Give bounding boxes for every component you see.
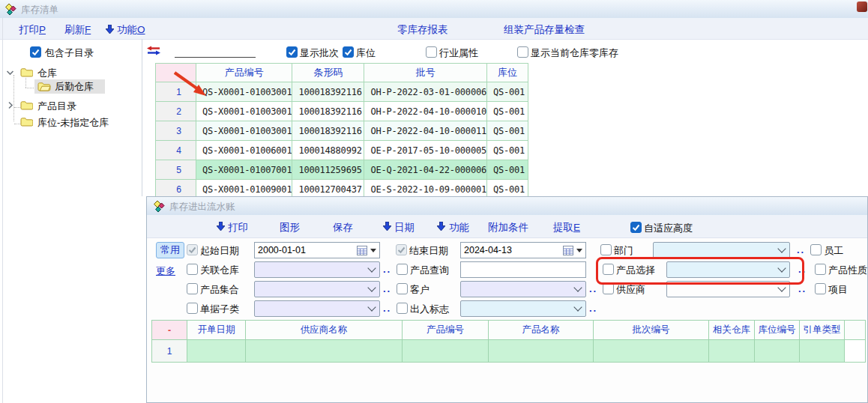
related-warehouse-dropdown[interactable]	[254, 261, 380, 278]
employee-checkbox[interactable]	[810, 244, 822, 255]
column-header[interactable]: 相关仓库	[709, 321, 755, 340]
extra-conditions-button[interactable]: 附加条件	[488, 221, 528, 234]
column-header[interactable]: 产品编号	[403, 321, 489, 340]
include-subdirs-checkbox[interactable]	[30, 46, 41, 58]
start-date-checkbox[interactable]	[187, 244, 198, 255]
column-header[interactable]: -	[156, 64, 196, 82]
empty-cell	[489, 340, 594, 363]
table-row[interactable]: 3 QS-X0001-01003001 100018392116 OH-P-20…	[156, 121, 528, 141]
show-batch-checkbox[interactable]	[286, 46, 298, 58]
extract-button[interactable]: 提取E	[553, 221, 580, 234]
customer-dropdown[interactable]	[460, 281, 586, 297]
show-batch-label: 显示批次	[300, 47, 339, 58]
show-location-checkbox[interactable]	[343, 46, 354, 58]
ellipsis-button[interactable]: ..	[798, 264, 807, 274]
ellipsis-button[interactable]: ..	[589, 303, 597, 313]
customer-checkbox[interactable]	[397, 283, 408, 294]
table-row[interactable]: 2 QS-X0001-01003001 100018392116 OH-P-20…	[156, 102, 528, 121]
product-nature-checkbox[interactable]	[815, 264, 826, 275]
journal-functions-button[interactable]: 功能	[449, 221, 469, 234]
down-arrow-icon	[437, 222, 445, 231]
print-button[interactable]: 打印P	[19, 23, 46, 37]
doc-subtype-dropdown[interactable]	[254, 300, 380, 317]
ellipsis-button[interactable]: ..	[383, 284, 391, 294]
supplier-dropdown[interactable]	[666, 281, 790, 297]
product-select-label: 产品选择	[616, 264, 655, 276]
ellipsis-button[interactable]: ..	[797, 245, 805, 255]
product-select-dropdown[interactable]	[666, 261, 790, 278]
product-set-checkbox[interactable]	[187, 283, 198, 294]
save-button[interactable]: 保存	[333, 221, 353, 234]
corner-app-icon[interactable]	[857, 1, 867, 12]
column-header[interactable]: 库位	[486, 64, 528, 82]
functions-button[interactable]: 功能O	[117, 23, 145, 37]
product-query-checkbox[interactable]	[397, 264, 408, 275]
graph-button[interactable]: 图形	[280, 221, 300, 234]
journal-table-row[interactable]: 1	[152, 340, 866, 363]
tree-item-logistics-warehouse[interactable]: 后勤仓库	[34, 79, 105, 94]
column-header[interactable]: 批次编号	[594, 321, 709, 340]
zero-stock-report-link[interactable]: 零库存报表	[397, 23, 448, 37]
filter-input[interactable]	[175, 43, 256, 58]
chevron-down-icon[interactable]	[6, 69, 14, 76]
product-set-dropdown[interactable]	[254, 281, 380, 297]
ellipsis-button[interactable]: ..	[589, 284, 597, 294]
product-select-checkbox[interactable]	[603, 264, 614, 275]
supplier-checkbox[interactable]	[603, 283, 614, 294]
column-header[interactable]: 开单日期	[187, 321, 246, 340]
column-header[interactable]: 条形码	[292, 64, 364, 82]
end-date-checkbox[interactable]	[396, 244, 407, 255]
doc-subtype-checkbox[interactable]	[187, 303, 198, 314]
tree-item-location-unassigned[interactable]: 库位-未指定仓库	[4, 115, 139, 129]
column-header[interactable]: -	[152, 321, 187, 340]
product-query-input[interactable]	[460, 261, 586, 278]
date-button[interactable]: 日期	[394, 221, 415, 234]
column-header[interactable]: 供应商名称	[246, 321, 403, 340]
column-header[interactable]: 库位编号	[755, 321, 800, 340]
start-date-input[interactable]: 2000-01-01	[254, 242, 380, 258]
more-link[interactable]: 更多	[156, 264, 175, 278]
journal-table: - 开单日期 供应商名称 产品编号 产品名称 批次编号 相关仓库 库位编号 引单…	[151, 320, 866, 363]
assembly-stock-check-link[interactable]: 组装产品存量检查	[504, 23, 585, 37]
ellipsis-button[interactable]: ..	[383, 264, 391, 274]
chevron-down-icon	[777, 283, 786, 291]
panel-splitter[interactable]	[142, 39, 142, 196]
department-label: 部门	[614, 245, 633, 256]
department-checkbox[interactable]	[600, 244, 612, 255]
common-tab-button[interactable]: 常用	[156, 242, 184, 258]
ellipsis-button[interactable]: ..	[383, 303, 391, 313]
table-row[interactable]: 1 QS-X0001-01003001 100018392116 OH-P-20…	[156, 82, 528, 102]
industry-attr-checkbox[interactable]	[426, 46, 437, 58]
department-dropdown[interactable]	[653, 242, 790, 258]
column-header[interactable]: 引单类型	[800, 321, 845, 340]
auto-height-checkbox[interactable]	[630, 222, 642, 233]
inout-flag-dropdown[interactable]	[460, 300, 586, 317]
empty-cell	[709, 340, 755, 363]
inout-flag-label: 出入标志	[410, 303, 449, 315]
project-checkbox[interactable]	[815, 283, 826, 294]
show-zero-stock-label: 显示当前仓库零库存	[531, 47, 618, 58]
ellipsis-button[interactable]: ..	[798, 284, 807, 294]
auto-height-label: 自适应高度	[644, 222, 693, 234]
chevron-right-icon[interactable]	[7, 101, 14, 109]
tree-item-label: 库位-未指定仓库	[37, 117, 109, 128]
show-zero-stock-checkbox[interactable]	[517, 46, 528, 58]
related-warehouse-checkbox[interactable]	[187, 264, 198, 275]
include-subdirs-label: 包含子目录	[45, 47, 94, 58]
tree-item-warehouse[interactable]: 仓库	[4, 66, 139, 79]
column-header[interactable]: 批号	[364, 64, 487, 82]
table-row-selected[interactable]: 5 QS-X0001-01007001 100011259695 OE-Q-20…	[156, 160, 528, 180]
table-row[interactable]: 4 QS-X0001-01006001 100014880992 OE-P-20…	[156, 141, 528, 160]
journal-print-button[interactable]: 打印	[228, 221, 248, 234]
refresh-button[interactable]: 刷新F	[64, 23, 91, 37]
column-header[interactable]: 产品名称	[489, 321, 594, 340]
tree-item-label: 产品目录	[37, 100, 76, 112]
inout-flag-checkbox[interactable]	[397, 303, 408, 314]
child-window: 库存进出流水账 打印 图形 保存 日期 功能 附加条件 提取E 自适应高度 常用…	[146, 196, 868, 403]
tree-item-product-catalog[interactable]: 产品目录	[4, 99, 139, 112]
column-header[interactable]: 产品编号	[196, 64, 292, 82]
end-date-input[interactable]: 2024-04-13	[460, 242, 586, 258]
start-date-label: 起始日期	[200, 245, 239, 256]
swap-columns-icon[interactable]	[146, 46, 161, 55]
show-location-label: 库位	[356, 47, 376, 58]
